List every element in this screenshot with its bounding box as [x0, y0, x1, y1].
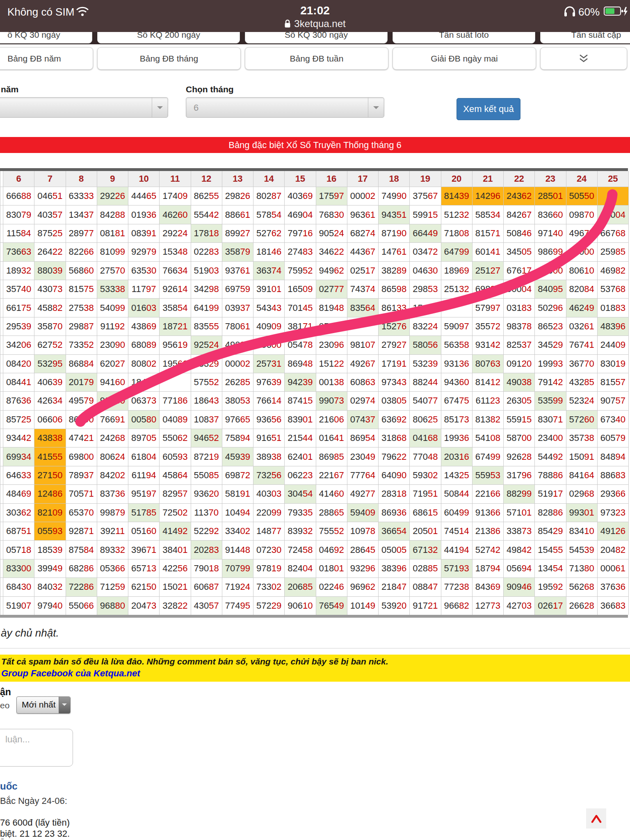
- table-cell: 75894: [222, 429, 253, 447]
- table-cell: 14761: [379, 243, 409, 261]
- chevron-down-icon: [368, 98, 384, 117]
- table-cell: 92871: [66, 522, 97, 540]
- table-cell: 76614: [253, 392, 284, 410]
- table-cell: 89705: [128, 429, 159, 447]
- table-cell: 04168: [410, 429, 441, 447]
- table-cell: 77048: [410, 447, 441, 466]
- table-cell: 87219: [191, 447, 222, 466]
- table-cell: 14325: [441, 466, 472, 484]
- table-cell: 05400: [316, 317, 347, 336]
- table-cell: 02517: [347, 262, 378, 280]
- bottom-link-partial[interactable]: uốc: [0, 781, 18, 792]
- table-cell: 29887: [66, 317, 97, 336]
- table-cell: 83224: [410, 317, 441, 336]
- table-cell: 26628: [566, 597, 597, 615]
- table-cell: 83071: [535, 411, 566, 429]
- table-cell: 95197: [128, 485, 159, 503]
- nav-button-db-nam[interactable]: Bảng ĐB năm: [0, 47, 93, 70]
- table-cell: 91366: [472, 504, 503, 522]
- table-cell: 49677: [566, 224, 597, 242]
- result-detail-line2: biệt. 21 12 23 32.: [0, 829, 70, 839]
- table-cell: 94160: [97, 373, 128, 391]
- table-cell: 38401: [160, 541, 190, 559]
- view-results-button[interactable]: Xem kết quả: [457, 98, 520, 120]
- table-cell: 07230: [253, 541, 284, 559]
- table-cell: 73302: [253, 578, 284, 596]
- table-cell: 17818: [191, 224, 222, 242]
- table-cell: 75552: [316, 522, 347, 540]
- table-cell: 87415: [285, 392, 315, 410]
- table-cell: 99073: [316, 392, 347, 410]
- table-cell: 82084: [566, 280, 597, 298]
- table-cell: 06606: [34, 411, 65, 429]
- table-cell: 08420: [3, 355, 34, 373]
- facebook-group-link[interactable]: Group Facebook của Ketqua.net: [1, 668, 140, 679]
- table-row-sliver: [0, 559, 3, 578]
- nav-button-giai-db-ngay-mai[interactable]: Giải ĐB ngày mai: [393, 47, 536, 70]
- table-cell: 38171: [285, 317, 315, 336]
- table-cell: 54343: [253, 299, 284, 317]
- table-cell: 72286: [66, 578, 97, 596]
- table-cell: 14877: [253, 522, 284, 540]
- table-cell: 89927: [222, 224, 253, 242]
- table-cell: 25731: [253, 355, 284, 373]
- table-row-sliver: [0, 187, 3, 205]
- table-cell: 86255: [191, 187, 222, 205]
- table-cell: 86948: [285, 355, 315, 373]
- table-cell: 35738: [566, 429, 597, 447]
- table-cell: 60141: [472, 243, 503, 261]
- table-cell: 60499: [441, 504, 472, 522]
- table-cell: 91721: [410, 597, 441, 615]
- table-cell: 77238: [441, 578, 472, 596]
- nav-button-db-tuan[interactable]: Bảng ĐB tuần: [245, 47, 388, 70]
- table-cell: 34206: [3, 336, 34, 354]
- table-cell: 02777: [316, 280, 347, 298]
- table-row-sliver: [0, 504, 3, 522]
- table-cell: 84202: [97, 466, 128, 484]
- table-cell: 56860: [66, 262, 97, 280]
- table-cell: 18489: [128, 373, 159, 391]
- table-cell: 60863: [347, 373, 378, 391]
- table-cell: 96361: [347, 205, 378, 224]
- nav-button-db-thang[interactable]: Bảng ĐB tháng: [97, 47, 241, 70]
- table-cell: 42256: [160, 559, 190, 578]
- comment-input[interactable]: luận...: [0, 729, 73, 767]
- comment-sort-select[interactable]: Mới nhất: [16, 696, 71, 714]
- table-cell: 93620: [191, 485, 222, 503]
- table-cell: 11584: [3, 224, 34, 242]
- url-bar[interactable]: 3ketqua.net: [0, 18, 630, 30]
- scroll-to-top-button[interactable]: [586, 808, 606, 829]
- table-cell: 67340: [598, 411, 628, 429]
- year-select[interactable]: [0, 97, 168, 118]
- table-cell: 53239: [410, 355, 441, 373]
- table-cell: 71259: [97, 578, 128, 596]
- table-cell: 59915: [410, 205, 441, 224]
- table-cell: 51785: [128, 504, 159, 522]
- nav-button-more[interactable]: [540, 47, 627, 70]
- table-cell: 64799: [441, 243, 472, 261]
- table-cell: 18146: [253, 243, 284, 261]
- table-cell: 05593: [34, 522, 65, 540]
- table-cell: 02283: [191, 243, 222, 261]
- table-cell: 02617: [535, 597, 566, 615]
- table-cell: 23049: [347, 447, 378, 466]
- table-cell: 17191: [379, 355, 409, 373]
- table-cell: 20283: [191, 541, 222, 559]
- table-cell: 22099: [253, 504, 284, 522]
- table-cell: 70145: [285, 299, 315, 317]
- table-cell: 15480: [410, 299, 441, 317]
- table-cell: 98378: [504, 317, 534, 336]
- table-cell: 97140: [535, 224, 566, 242]
- table-cell: 66768: [598, 224, 628, 242]
- table-cell: 51907: [3, 597, 34, 615]
- month-select[interactable]: 6: [186, 97, 384, 118]
- lottery-results-table: 6789101112131415161718192021222324256668…: [0, 171, 629, 615]
- table-cell: 83019: [598, 355, 628, 373]
- table-cell: 49267: [347, 355, 378, 373]
- table-cell: 29539: [3, 317, 34, 336]
- table-cell: 36374: [253, 262, 284, 280]
- table-cell: 83079: [3, 205, 34, 224]
- table-cell: 69886: [472, 280, 503, 298]
- note-text-partial: ày chủ nhật.: [1, 627, 59, 639]
- table-cell: 76691: [97, 411, 128, 429]
